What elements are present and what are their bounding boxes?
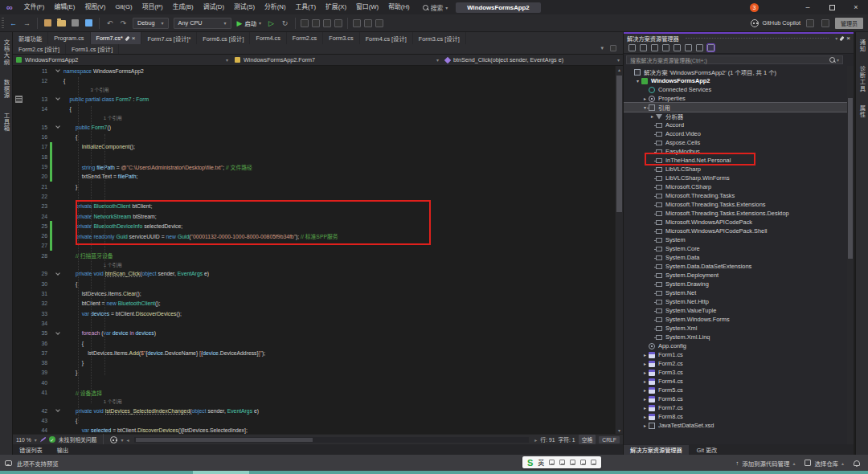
- refresh-icon[interactable]: [662, 44, 669, 51]
- pin-icon[interactable]: [840, 35, 845, 41]
- tool-icon[interactable]: [364, 19, 372, 27]
- tree-item-system-data[interactable]: System.Data: [624, 253, 854, 262]
- breadcrumb-member[interactable]: btnSend_Click(object sender, EventArgs e…: [442, 55, 623, 65]
- tree-item-microsoft-threading-tasks-extensions[interactable]: Microsoft.Threading.Tasks.Extensions: [624, 200, 854, 209]
- scroll-right-icon[interactable]: ▸: [534, 437, 537, 443]
- caret-column[interactable]: 字符: 1: [559, 435, 575, 443]
- code-editor[interactable]: 11namespace WindowsFormsApp212{3 个引用13 p…: [13, 66, 623, 434]
- tree-item-form5-cs[interactable]: ▸Form5.cs: [624, 386, 854, 394]
- punctuation-icon[interactable]: [559, 460, 565, 465]
- tree-item-system-net[interactable]: System.Net: [624, 288, 854, 297]
- sogou-logo-icon[interactable]: S: [527, 458, 533, 468]
- chevron-closed-icon[interactable]: ▸: [641, 352, 649, 358]
- tree-item-form8-cs[interactable]: ▸Form8.cs: [624, 412, 854, 421]
- doc-tab-form6-cs[interactable]: Form6.cs [设计]: [197, 32, 250, 44]
- start-debugging-button[interactable]: ▶ 启动 ▾: [237, 19, 262, 27]
- zoom-level[interactable]: 110 %: [16, 437, 31, 443]
- tree-item-system-net-http[interactable]: System.Net.Http: [624, 297, 854, 306]
- close-icon[interactable]: ×: [846, 35, 850, 42]
- tree-item-form3-cs[interactable]: ▸Form3.cs: [624, 368, 854, 377]
- tree-item-form6-cs[interactable]: ▸Form6.cs: [624, 394, 854, 403]
- caret-line[interactable]: 行: 91: [540, 435, 555, 443]
- notification-badge[interactable]: 3: [750, 3, 759, 12]
- health-status[interactable]: 未找到相关问题: [59, 435, 97, 443]
- right-dock-tab-1[interactable]: 诊断工具: [858, 65, 866, 92]
- tree-item-microsoft-threading-tasks-extensions-desktop[interactable]: Microsoft.Threading.Tasks.Extensions.Des…: [624, 209, 854, 218]
- menu-item-analyze[interactable]: 分析(N): [260, 0, 290, 14]
- tree-item-system-windows-forms[interactable]: System.Windows.Forms: [624, 315, 854, 324]
- new-project-icon[interactable]: [43, 18, 53, 28]
- ime-mode-indicator[interactable]: 英: [538, 458, 544, 467]
- doc-tab-form4-cs[interactable]: Form4.cs: [250, 32, 286, 44]
- user-icon[interactable]: [580, 460, 586, 465]
- menu-item-project[interactable]: 项目(P): [137, 0, 168, 14]
- editor-horizontal-scrollbar[interactable]: [134, 437, 529, 443]
- switch-views-icon[interactable]: [628, 44, 636, 51]
- moon-icon[interactable]: [549, 460, 555, 465]
- refresh-icon[interactable]: ↻: [280, 18, 290, 28]
- breadcrumb-project[interactable]: WindowsFormsApp2 ▾: [13, 55, 231, 65]
- navigate-back-icon[interactable]: ←: [8, 18, 18, 28]
- editor-vertical-scrollbar[interactable]: ▴ ▾: [615, 66, 623, 434]
- solution-scrollbar[interactable]: [847, 66, 854, 444]
- menu-item-edit[interactable]: 编辑(E): [49, 0, 80, 14]
- start-without-debugging-icon[interactable]: ▷: [266, 18, 276, 28]
- add-to-source-control-button[interactable]: ↑ 添加到源代码管理 ▴: [736, 459, 796, 468]
- menu-item-help[interactable]: 帮助(H): [383, 0, 414, 14]
- tree-item-system-deployment[interactable]: System.Deployment: [624, 271, 854, 280]
- tree-item-microsoft-windowsapicodepack[interactable]: Microsoft.WindowsAPICodePack: [624, 218, 854, 227]
- scrollbar-thumb[interactable]: [616, 76, 622, 212]
- tree-item-5[interactable]: ▸分析器: [624, 112, 854, 121]
- tree-item-system-core[interactable]: System.Core: [624, 244, 854, 253]
- tree-item-system[interactable]: System: [624, 235, 854, 244]
- find-in-files-icon[interactable]: [301, 19, 309, 27]
- menu-item-debug[interactable]: 调试(D): [199, 0, 229, 14]
- open-folder-icon[interactable]: [56, 18, 67, 28]
- comment-icon[interactable]: [312, 19, 320, 27]
- left-dock-tab-2[interactable]: 工具箱: [2, 112, 10, 132]
- menu-item-git[interactable]: Git(G): [110, 0, 137, 14]
- tree-item-system-xml[interactable]: System.Xml: [624, 324, 854, 333]
- codelens-references-2[interactable]: 3 个引用: [13, 86, 623, 95]
- tool-icon[interactable]: [375, 19, 383, 27]
- tree-item-microsoft-csharp[interactable]: Microsoft.CSharp: [624, 182, 854, 191]
- doc-tab-form1-cs[interactable]: Form1.cs [设计]: [66, 44, 119, 54]
- bookmark-icon[interactable]: [323, 19, 331, 27]
- github-copilot-label[interactable]: GitHub Copilot: [763, 19, 800, 27]
- tree-item-libvlcsharp-winforms[interactable]: LibVLCSharp.WinForms: [624, 174, 854, 182]
- tree-item-inthehand-net-personal[interactable]: InTheHand.Net.Personal: [624, 156, 854, 165]
- doc-tab-form2-cs[interactable]: Form2.cs: [287, 32, 323, 44]
- spaces-indicator[interactable]: 空格: [579, 435, 596, 444]
- chevron-closed-icon[interactable]: ▸: [641, 387, 649, 393]
- scrollbar-thumb[interactable]: [848, 98, 853, 259]
- tree-item-aspose-cells[interactable]: Aspose.Cells: [624, 138, 854, 147]
- right-dock-tab-0[interactable]: 通知: [858, 39, 866, 52]
- panel-tab-1[interactable]: 输出: [51, 445, 75, 455]
- tree-item-form1-cs[interactable]: ▸Form1.cs: [624, 350, 854, 359]
- feedback-icon[interactable]: [806, 19, 814, 27]
- doc-tab-form7-cs[interactable]: Form7.cs [设计]*: [141, 32, 197, 44]
- tree-item-4[interactable]: ▾引用: [624, 103, 854, 112]
- tree-item-windowsformsapp2-1-1[interactable]: 解决方案 'WindowsFormsApp2' (1 个项目, 共 1 个): [624, 67, 854, 76]
- chevron-closed-icon[interactable]: ▸: [641, 396, 649, 402]
- menu-item-tools[interactable]: 工具(T): [290, 0, 321, 14]
- sync-with-active-document-icon[interactable]: [651, 44, 658, 51]
- tree-item-system-drawing[interactable]: System.Drawing: [624, 280, 854, 288]
- save-all-icon[interactable]: [84, 18, 94, 28]
- tree-item-form4-cs[interactable]: ▸Form4.cs: [624, 377, 854, 386]
- close-icon[interactable]: ×: [132, 35, 136, 42]
- panel-tab-git[interactable]: Git 更改: [690, 445, 724, 455]
- tree-item-easymodbus[interactable]: EasyModbus: [624, 147, 854, 156]
- fold-chevron-icon[interactable]: [52, 273, 63, 275]
- tree-item-connected-services[interactable]: Connected Services: [624, 85, 854, 94]
- tree-item-accord-video[interactable]: Accord.Video: [624, 129, 854, 138]
- search-control[interactable]: 搜索 ▾: [423, 3, 448, 12]
- solution-platforms-dropdown[interactable]: Any CPU▾: [174, 18, 231, 29]
- flag-icon[interactable]: [821, 19, 829, 27]
- scroll-up-icon[interactable]: ▴: [616, 67, 623, 72]
- codelens-references-34[interactable]: 1 个引用: [13, 398, 623, 407]
- pending-changes-filter-icon[interactable]: [640, 44, 647, 51]
- doc-tab-form2-cs[interactable]: Form2.cs [设计]: [13, 44, 66, 54]
- fold-chevron-icon[interactable]: [52, 70, 63, 72]
- collapse-all-icon[interactable]: [674, 44, 681, 51]
